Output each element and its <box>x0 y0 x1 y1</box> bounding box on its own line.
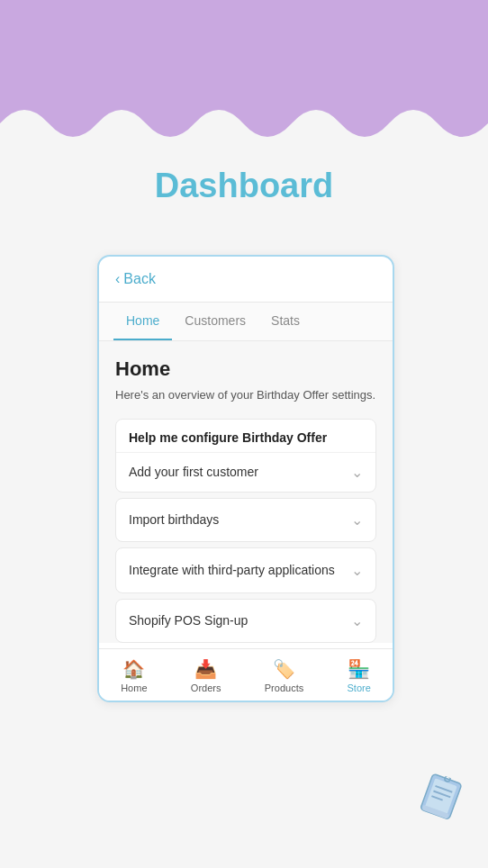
home-nav-label: Home <box>121 683 147 693</box>
tab-home[interactable]: Home <box>113 303 172 340</box>
tag-decoration <box>419 777 468 830</box>
add-first-customer-row[interactable]: Add your first customer ⌄ <box>116 452 375 492</box>
integrate-label: Integrate with third-party applications <box>129 561 335 580</box>
page-title: Dashboard <box>0 167 488 205</box>
back-button[interactable]: Back <box>123 271 156 287</box>
products-nav-label: Products <box>265 683 303 693</box>
bottom-nav: 🏠 Home 📥 Orders 🏷️ Products 🏪 Store <box>99 648 393 701</box>
nav-products[interactable]: 🏷️ Products <box>265 658 303 693</box>
tab-stats[interactable]: Stats <box>258 303 312 340</box>
back-header[interactable]: ‹ Back <box>99 257 393 303</box>
tab-bar: Home Customers Stats <box>99 303 393 341</box>
nav-home[interactable]: 🏠 Home <box>121 658 147 693</box>
import-birthdays-item[interactable]: Import birthdays ⌄ <box>115 498 376 542</box>
card-content: Home Here's an overview of your Birthday… <box>99 341 393 643</box>
chevron-down-icon-4: ⌄ <box>351 612 363 629</box>
home-nav-icon: 🏠 <box>122 658 145 680</box>
dashboard-card: ‹ Back Home Customers Stats Home Here's … <box>97 255 394 702</box>
store-nav-label: Store <box>348 683 371 693</box>
orders-nav-icon: 📥 <box>194 658 217 680</box>
tab-customers[interactable]: Customers <box>172 303 258 340</box>
home-description: Here's an overview of your Birthday Offe… <box>115 386 376 404</box>
shopify-pos-label: Shopify POS Sign-up <box>129 613 248 628</box>
store-nav-icon: 🏪 <box>348 658 370 680</box>
configure-accordion: Help me configure Birthday Offer Add you… <box>115 419 376 493</box>
import-birthdays-label: Import birthdays <box>129 512 219 527</box>
integrate-item[interactable]: Integrate with third-party applications … <box>115 547 376 593</box>
configure-accordion-title: Help me configure Birthday Offer <box>116 420 375 452</box>
cloud-background <box>0 0 488 149</box>
chevron-down-icon-2: ⌄ <box>351 511 363 529</box>
chevron-down-icon: ⌄ <box>351 464 363 481</box>
orders-nav-label: Orders <box>191 683 221 693</box>
home-heading: Home <box>115 357 376 381</box>
products-nav-icon: 🏷️ <box>273 658 295 680</box>
nav-store[interactable]: 🏪 Store <box>348 658 371 693</box>
add-first-customer-label: Add your first customer <box>129 465 258 479</box>
back-chevron-icon: ‹ <box>115 271 120 287</box>
chevron-down-icon-3: ⌄ <box>351 562 363 579</box>
shopify-pos-item[interactable]: Shopify POS Sign-up ⌄ <box>115 599 376 643</box>
nav-orders[interactable]: 📥 Orders <box>191 658 221 693</box>
